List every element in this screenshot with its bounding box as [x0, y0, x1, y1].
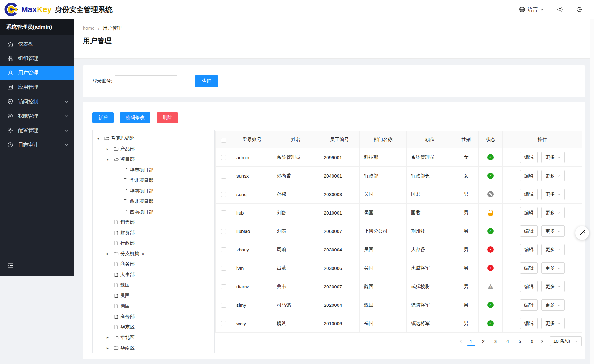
- row-checkbox[interactable]: [221, 247, 226, 252]
- scrollbar[interactable]: [590, 19, 594, 364]
- tree-node[interactable]: 吴国: [93, 291, 214, 301]
- tree-node[interactable]: ▸分支机构_v: [93, 249, 214, 259]
- row-checkbox[interactable]: [221, 303, 226, 308]
- page-number-6[interactable]: 6: [528, 337, 536, 346]
- tree-node[interactable]: 西南项目部: [93, 207, 214, 217]
- tree-node[interactable]: 华南项目部: [93, 186, 214, 196]
- page-number-4[interactable]: 4: [503, 337, 512, 346]
- more-button[interactable]: 更多: [541, 244, 565, 255]
- logout-icon[interactable]: [576, 6, 583, 13]
- edit-button[interactable]: 编辑: [520, 281, 538, 292]
- more-button[interactable]: 更多: [541, 170, 565, 181]
- tree-node[interactable]: ▾项目部: [93, 154, 214, 165]
- prev-page-button[interactable]: [459, 339, 463, 343]
- row-checkbox[interactable]: [221, 321, 226, 326]
- more-button[interactable]: 更多: [541, 299, 565, 311]
- language-label: 语言: [528, 6, 538, 13]
- tree-node[interactable]: 商务部: [93, 311, 214, 322]
- sidebar-item-dashboard[interactable]: 仪表盘: [0, 37, 74, 51]
- edit-button[interactable]: 编辑: [520, 152, 538, 163]
- page-number-3[interactable]: 3: [491, 337, 500, 346]
- edit-button[interactable]: 编辑: [520, 244, 538, 255]
- tree-node[interactable]: ▸华北区: [93, 332, 214, 343]
- row-checkbox[interactable]: [221, 210, 226, 215]
- gear-icon[interactable]: [556, 6, 563, 13]
- tree-node[interactable]: 华东区: [93, 322, 214, 332]
- gender-cell: 男: [454, 259, 479, 277]
- edit-button[interactable]: 编辑: [520, 262, 538, 274]
- gender-cell: 男: [454, 222, 479, 240]
- page-number-5[interactable]: 5: [515, 337, 524, 346]
- check-circle-icon: [487, 173, 494, 179]
- sidebar-item-access-control[interactable]: 访问控制: [0, 94, 74, 109]
- document-icon: [114, 272, 119, 277]
- more-button[interactable]: 更多: [541, 189, 565, 200]
- sidebar-item-config[interactable]: 配置管理: [0, 123, 74, 138]
- row-checkbox[interactable]: [221, 284, 226, 289]
- caret-down-icon[interactable]: ▾: [106, 157, 114, 162]
- tree-node[interactable]: 西北项目部: [93, 196, 214, 207]
- change-password-button[interactable]: 密码修改: [120, 112, 150, 123]
- edit-button[interactable]: 编辑: [520, 170, 538, 181]
- tree-node[interactable]: 魏国: [93, 280, 214, 291]
- more-button[interactable]: 更多: [541, 225, 565, 237]
- caret-right-icon[interactable]: ▸: [106, 251, 114, 256]
- actions-cell: 编辑更多: [503, 240, 582, 259]
- row-checkbox[interactable]: [221, 155, 226, 160]
- job-title-cell: 虎威将军: [407, 259, 454, 277]
- select-all-checkbox[interactable]: [221, 138, 226, 143]
- page-size-select[interactable]: 10 条/页: [550, 336, 582, 346]
- collapse-menu-icon[interactable]: [7, 262, 14, 270]
- sidebar-item-permissions[interactable]: 权限管理: [0, 109, 74, 123]
- account-cell: liubiao: [232, 222, 272, 240]
- caret-right-icon[interactable]: ▸: [106, 335, 114, 340]
- more-button[interactable]: 更多: [541, 262, 565, 274]
- edit-button[interactable]: 编辑: [520, 299, 538, 311]
- more-button[interactable]: 更多: [541, 281, 565, 292]
- row-checkbox[interactable]: [221, 192, 226, 197]
- user-icon: [7, 70, 13, 76]
- tree-node[interactable]: 华北项目部: [93, 175, 214, 186]
- sidebar-item-users[interactable]: 用户管理: [0, 66, 74, 80]
- name-cell: 孙权: [272, 185, 319, 204]
- caret-down-icon[interactable]: ▾: [96, 136, 104, 141]
- tree-node[interactable]: 行政部: [93, 238, 214, 249]
- sidebar-item-apps[interactable]: 应用管理: [0, 80, 74, 94]
- edit-button[interactable]: 编辑: [520, 318, 538, 329]
- tree-node[interactable]: 商务部: [93, 259, 214, 270]
- tree-node[interactable]: 华东项目部: [93, 165, 214, 175]
- tree-node[interactable]: ▾马克思钥匙: [93, 133, 214, 144]
- page-number-2[interactable]: 2: [479, 337, 488, 346]
- next-page-button[interactable]: [540, 339, 544, 343]
- tree-node[interactable]: 人事部: [93, 270, 214, 280]
- caret-right-icon[interactable]: ▸: [106, 147, 114, 151]
- query-button[interactable]: 查询: [195, 75, 218, 87]
- sidebar-item-audit[interactable]: 日志审计: [0, 138, 74, 152]
- delete-button[interactable]: 删除: [157, 112, 178, 123]
- more-button[interactable]: 更多: [541, 318, 565, 329]
- language-selector[interactable]: 语言: [519, 6, 544, 13]
- page-number-1[interactable]: 1: [467, 337, 475, 346]
- breadcrumb-home[interactable]: home: [83, 25, 95, 31]
- employee-no-cell: 2030006: [319, 259, 360, 277]
- tree-node[interactable]: 财务部: [93, 228, 214, 238]
- row-checkbox[interactable]: [221, 266, 226, 271]
- add-button[interactable]: 新增: [92, 112, 114, 123]
- edit-button[interactable]: 编辑: [520, 207, 538, 218]
- tree-node[interactable]: 销售部: [93, 217, 214, 228]
- row-checkbox[interactable]: [221, 174, 226, 179]
- employee-no-cell: 2030003: [319, 185, 360, 204]
- tree-node-label: 行政部: [120, 240, 135, 246]
- tree-node[interactable]: ▸产品部: [93, 144, 214, 154]
- edit-button[interactable]: 编辑: [520, 225, 538, 237]
- edit-button[interactable]: 编辑: [520, 189, 538, 200]
- caret-right-icon[interactable]: ▸: [106, 346, 114, 350]
- sidebar-item-organizations[interactable]: 组织管理: [0, 51, 74, 66]
- login-account-input[interactable]: [115, 75, 177, 87]
- more-button[interactable]: 更多: [541, 152, 565, 163]
- tree-node[interactable]: 蜀国: [93, 301, 214, 311]
- magic-wand-fab[interactable]: [575, 226, 589, 240]
- more-button[interactable]: 更多: [541, 207, 565, 218]
- tree-node[interactable]: ▸华南区: [93, 343, 214, 353]
- row-checkbox[interactable]: [221, 229, 226, 234]
